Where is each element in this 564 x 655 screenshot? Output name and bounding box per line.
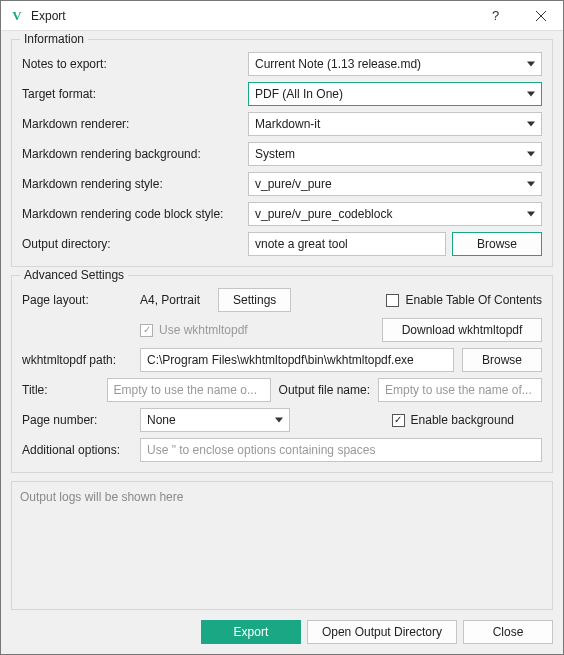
rendering-background-label: Markdown rendering background: xyxy=(22,147,248,161)
rendering-background-value: System xyxy=(255,147,295,161)
output-logs[interactable]: Output logs will be shown here xyxy=(11,481,553,610)
target-format-value: PDF (All In One) xyxy=(255,87,343,101)
chevron-down-icon xyxy=(527,92,535,97)
enable-background-label: Enable background xyxy=(411,413,514,427)
notes-to-export-label: Notes to export: xyxy=(22,57,248,71)
target-format-select[interactable]: PDF (All In One) xyxy=(248,82,542,106)
additional-options-label: Additional options: xyxy=(22,443,132,457)
chevron-down-icon xyxy=(527,182,535,187)
additional-options-input[interactable] xyxy=(140,438,542,462)
chevron-down-icon xyxy=(527,212,535,217)
page-layout-settings-button[interactable]: Settings xyxy=(218,288,291,312)
information-legend: Information xyxy=(20,32,88,46)
codeblock-style-select[interactable]: v_pure/v_pure_codeblock xyxy=(248,202,542,226)
title-label: Title: xyxy=(22,383,99,397)
enable-toc-label: Enable Table Of Contents xyxy=(405,293,542,307)
app-icon: V xyxy=(9,8,25,24)
page-layout-label: Page layout: xyxy=(22,293,132,307)
footer-buttons: Export Open Output Directory Close xyxy=(11,610,553,644)
export-dialog: V Export ? Information Notes to export: … xyxy=(0,0,564,655)
markdown-renderer-label: Markdown renderer: xyxy=(22,117,248,131)
output-directory-input[interactable] xyxy=(248,232,446,256)
enable-background-checkbox[interactable]: ✓ Enable background xyxy=(392,413,514,427)
title-input[interactable] xyxy=(107,378,271,402)
page-number-select[interactable]: None xyxy=(140,408,290,432)
wkhtmltopdf-path-label: wkhtmltopdf path: xyxy=(22,353,132,367)
close-window-button[interactable] xyxy=(518,1,563,31)
codeblock-style-label: Markdown rendering code block style: xyxy=(22,207,248,221)
checkbox-box-icon xyxy=(386,294,399,307)
target-format-label: Target format: xyxy=(22,87,248,101)
use-wkhtmltopdf-label: Use wkhtmltopdf xyxy=(159,323,248,337)
notes-to-export-value: Current Note (1.13 release.md) xyxy=(255,57,421,71)
markdown-renderer-select[interactable]: Markdown-it xyxy=(248,112,542,136)
enable-toc-checkbox[interactable]: Enable Table Of Contents xyxy=(386,293,542,307)
export-button[interactable]: Export xyxy=(201,620,301,644)
close-icon xyxy=(536,11,546,21)
rendering-style-value: v_pure/v_pure xyxy=(255,177,332,191)
close-button[interactable]: Close xyxy=(463,620,553,644)
advanced-settings-legend: Advanced Settings xyxy=(20,268,128,282)
output-file-name-input[interactable] xyxy=(378,378,542,402)
output-directory-label: Output directory: xyxy=(22,237,248,251)
checkbox-box-icon: ✓ xyxy=(140,324,153,337)
download-wkhtmltopdf-button[interactable]: Download wkhtmltopdf xyxy=(382,318,542,342)
page-number-label: Page number: xyxy=(22,413,132,427)
output-directory-browse-button[interactable]: Browse xyxy=(452,232,542,256)
rendering-background-select[interactable]: System xyxy=(248,142,542,166)
window-title: Export xyxy=(31,9,473,23)
wkhtmltopdf-path-input[interactable] xyxy=(140,348,454,372)
help-button[interactable]: ? xyxy=(473,1,518,31)
use-wkhtmltopdf-checkbox: ✓ Use wkhtmltopdf xyxy=(140,323,248,337)
chevron-down-icon xyxy=(527,152,535,157)
output-logs-placeholder: Output logs will be shown here xyxy=(20,490,183,504)
page-layout-value: A4, Portrait xyxy=(140,293,210,307)
chevron-down-icon xyxy=(527,122,535,127)
advanced-settings-group: Advanced Settings Page layout: A4, Portr… xyxy=(11,275,553,473)
markdown-renderer-value: Markdown-it xyxy=(255,117,320,131)
open-output-directory-button[interactable]: Open Output Directory xyxy=(307,620,457,644)
codeblock-style-value: v_pure/v_pure_codeblock xyxy=(255,207,392,221)
checkbox-box-icon: ✓ xyxy=(392,414,405,427)
chevron-down-icon xyxy=(275,418,283,423)
page-number-value: None xyxy=(147,413,176,427)
titlebar: V Export ? xyxy=(1,1,563,31)
information-group: Information Notes to export: Current Not… xyxy=(11,39,553,267)
rendering-style-select[interactable]: v_pure/v_pure xyxy=(248,172,542,196)
notes-to-export-select[interactable]: Current Note (1.13 release.md) xyxy=(248,52,542,76)
output-file-name-label: Output file name: xyxy=(279,383,370,397)
rendering-style-label: Markdown rendering style: xyxy=(22,177,248,191)
chevron-down-icon xyxy=(527,62,535,67)
wkhtmltopdf-browse-button[interactable]: Browse xyxy=(462,348,542,372)
